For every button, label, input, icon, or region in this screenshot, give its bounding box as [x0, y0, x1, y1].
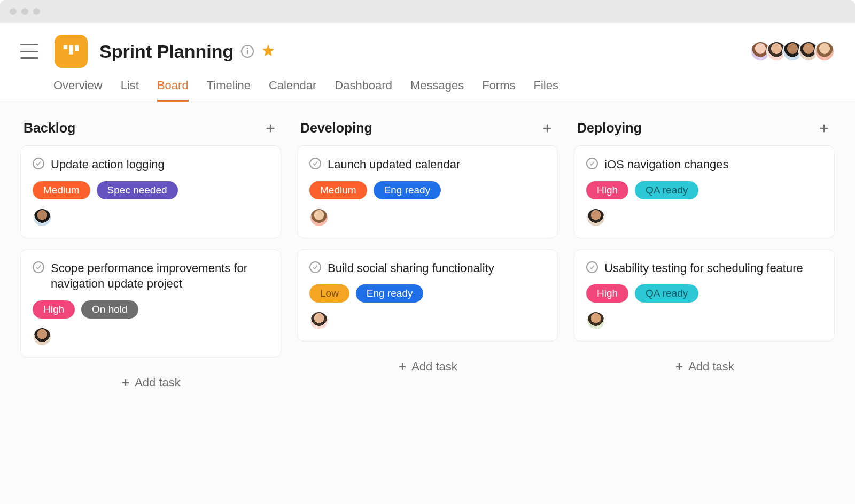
tag-pill[interactable]: On hold [81, 300, 138, 319]
svg-rect-0 [64, 45, 67, 49]
tag-pill[interactable]: Medium [309, 181, 367, 199]
tab-messages[interactable]: Messages [410, 79, 464, 102]
assignee-avatar[interactable] [309, 311, 329, 330]
assignee-avatar[interactable] [586, 311, 605, 330]
tab-calendar[interactable]: Calendar [269, 79, 316, 102]
column-developing: DevelopingLaunch updated calendarMediumE… [297, 118, 558, 476]
column-deploying: DeployingiOS navigation changesHighQA re… [574, 118, 835, 476]
task-card[interactable]: Scope performance improvements for navig… [20, 249, 281, 358]
column-title: Deploying [577, 120, 642, 136]
project-header: Sprint Planning i [0, 23, 855, 68]
tag-pill[interactable]: QA ready [635, 284, 698, 303]
board-icon [62, 42, 80, 60]
tag-pill[interactable]: Medium [33, 181, 90, 199]
complete-checkbox[interactable] [33, 261, 44, 273]
add-card-button[interactable] [817, 121, 831, 136]
column-header: Backlog [20, 118, 281, 145]
project-title-row: Sprint Planning i [99, 41, 275, 62]
project-members[interactable] [755, 41, 835, 61]
add-card-button[interactable] [540, 121, 555, 136]
add-task-button[interactable]: Add task [20, 368, 281, 397]
tag-list: HighOn hold [33, 300, 269, 319]
tag-pill[interactable]: High [586, 284, 628, 303]
column-header: Developing [297, 118, 558, 145]
tab-timeline[interactable]: Timeline [207, 79, 251, 102]
star-icon[interactable] [261, 43, 275, 59]
card-title-row: iOS navigation changes [586, 157, 822, 173]
svg-rect-2 [75, 45, 79, 51]
card-title-row: Usability testing for scheduling feature [586, 260, 822, 276]
tag-pill[interactable]: Spec needed [97, 181, 178, 199]
tag-pill[interactable]: High [33, 300, 75, 319]
card-title-row: Update action logging [33, 157, 269, 173]
task-card[interactable]: Build social sharing functionalityLowEng… [297, 249, 558, 342]
task-card[interactable]: Update action loggingMediumSpec needed [20, 145, 281, 238]
card-title: Launch updated calendar [328, 157, 460, 173]
tab-overview[interactable]: Overview [53, 79, 103, 102]
task-card[interactable]: iOS navigation changesHighQA ready [574, 145, 835, 238]
card-title: Update action logging [51, 157, 165, 173]
window-titlebar [0, 0, 855, 23]
card-title: Scope performance improvements for navig… [51, 260, 269, 292]
add-task-button[interactable]: Add task [297, 352, 558, 381]
column-title: Developing [300, 120, 372, 136]
tag-pill[interactable]: Low [309, 284, 349, 303]
add-card-button[interactable] [263, 121, 278, 136]
complete-checkbox[interactable] [586, 158, 598, 169]
card-title-row: Launch updated calendar [309, 157, 546, 173]
assignee-avatar[interactable] [33, 327, 52, 346]
tag-list: HighQA ready [586, 181, 822, 199]
task-card[interactable]: Usability testing for scheduling feature… [574, 249, 835, 342]
complete-checkbox[interactable] [309, 158, 321, 169]
window-dot [21, 8, 28, 15]
project-icon [55, 35, 88, 68]
card-title-row: Build social sharing functionality [309, 260, 546, 276]
tab-forms[interactable]: Forms [482, 79, 515, 102]
tag-list: HighQA ready [586, 284, 822, 303]
task-card[interactable]: Launch updated calendarMediumEng ready [297, 145, 558, 238]
card-title: Build social sharing functionality [328, 260, 494, 276]
complete-checkbox[interactable] [586, 261, 598, 273]
add-task-button[interactable]: Add task [574, 352, 835, 381]
project-title: Sprint Planning [99, 41, 234, 62]
tab-dashboard[interactable]: Dashboard [335, 79, 392, 102]
column-title: Backlog [24, 120, 75, 136]
add-task-label: Add task [135, 376, 181, 390]
complete-checkbox[interactable] [33, 158, 44, 169]
tab-files[interactable]: Files [534, 79, 558, 102]
add-task-label: Add task [411, 360, 457, 374]
tag-list: MediumSpec needed [33, 181, 269, 199]
tag-pill[interactable]: Eng ready [356, 284, 424, 303]
assignee-avatar[interactable] [309, 208, 329, 227]
card-title-row: Scope performance improvements for navig… [33, 260, 269, 292]
menu-toggle-button[interactable] [20, 44, 38, 59]
window-dot [10, 8, 17, 15]
tab-list[interactable]: List [121, 79, 139, 102]
svg-rect-1 [69, 45, 73, 55]
member-avatar[interactable] [814, 41, 835, 61]
assignee-avatar[interactable] [33, 208, 52, 227]
tag-list: MediumEng ready [309, 181, 546, 199]
info-icon[interactable]: i [241, 45, 254, 58]
complete-checkbox[interactable] [309, 261, 321, 273]
add-task-label: Add task [688, 360, 734, 374]
tag-pill[interactable]: High [586, 181, 628, 199]
card-title: iOS navigation changes [604, 157, 728, 173]
app-frame: Sprint Planning i OverviewListBoardTimel… [0, 23, 855, 504]
tab-board[interactable]: Board [157, 79, 189, 102]
tag-list: LowEng ready [309, 284, 546, 303]
tag-pill[interactable]: QA ready [635, 181, 698, 199]
assignee-avatar[interactable] [586, 208, 605, 227]
card-title: Usability testing for scheduling feature [604, 260, 803, 276]
project-tabs: OverviewListBoardTimelineCalendarDashboa… [0, 68, 855, 102]
tag-pill[interactable]: Eng ready [374, 181, 441, 199]
window-dot [33, 8, 40, 15]
column-header: Deploying [574, 118, 835, 145]
column-backlog: BacklogUpdate action loggingMediumSpec n… [20, 118, 281, 476]
kanban-board: BacklogUpdate action loggingMediumSpec n… [0, 102, 855, 504]
